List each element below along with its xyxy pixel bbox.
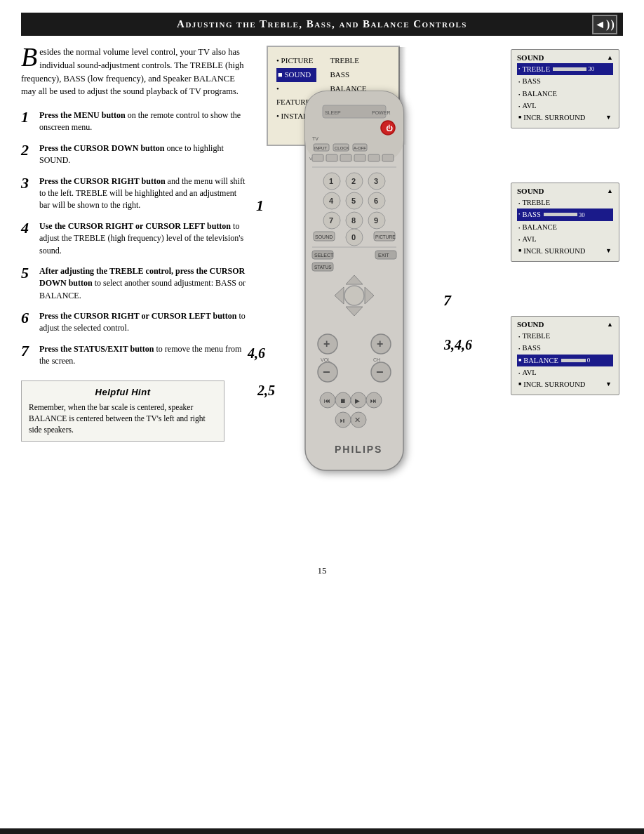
step-label-7: 7 <box>443 291 451 310</box>
svg-point-57 <box>344 286 364 305</box>
svg-text:⏹: ⏹ <box>340 397 346 404</box>
step-item-7: 7 Press the STATUS/EXIT button to remove… <box>21 343 246 368</box>
svg-text:+: + <box>323 338 330 350</box>
sp3-balance-bar <box>561 359 586 362</box>
svg-text:0: 0 <box>351 233 356 241</box>
sp2-bass-bar <box>544 213 577 216</box>
step-number-5: 5 <box>21 265 34 281</box>
svg-text:▶: ▶ <box>355 397 360 404</box>
step-number-4: 4 <box>21 220 34 236</box>
header-icon: ◄)) <box>592 15 617 34</box>
sp1-treble-label: TREBLE <box>522 63 550 75</box>
step-label-25: 2,5 <box>257 383 275 399</box>
sp1-bass: •BASS <box>517 75 613 87</box>
step-bold-2: Press the CURSOR DOWN button <box>39 143 164 153</box>
sp1-header: SOUND ▲ <box>517 53 613 62</box>
step-text-4: Use the CURSOR RIGHT or CURSOR LEFT butt… <box>39 220 246 257</box>
svg-text:SOUND: SOUND <box>315 234 333 239</box>
header-title: Adjusting the Treble, Bass, and Balance … <box>177 18 467 30</box>
svg-text:INPUT: INPUT <box>314 146 327 150</box>
right-column: • PICTURE ■ SOUND • FEATURES • INSTALL T… <box>246 46 623 551</box>
svg-rect-20 <box>382 154 394 161</box>
hint-text: Remember, when the bar scale is centered… <box>29 402 217 435</box>
svg-text:PHILIPS: PHILIPS <box>335 444 382 455</box>
sp3-bass: •BASS <box>517 342 613 354</box>
menu-right-bass: BASS <box>330 68 391 82</box>
step-text-6: Press the CURSOR RIGHT or CURSOR LEFT bu… <box>39 310 246 335</box>
step-bold-7: Press the STATUS/EXIT button <box>39 344 154 354</box>
svg-rect-17 <box>340 154 351 161</box>
svg-text:5: 5 <box>351 197 356 205</box>
svg-rect-19 <box>368 154 380 161</box>
svg-text:SELECT: SELECT <box>314 253 334 258</box>
sp2-avl: •AVL <box>517 233 613 245</box>
sp2-treble: •TREBLE <box>517 197 613 208</box>
step-bold-1: Press the MENU button <box>39 110 126 120</box>
hint-box: Helpful Hint Remember, when the bar scal… <box>21 380 224 442</box>
svg-text:3: 3 <box>374 177 378 185</box>
svg-text:8: 8 <box>351 216 356 225</box>
sp2-up-arrow: ▲ <box>607 187 613 194</box>
svg-text:2: 2 <box>351 177 356 185</box>
svg-text:SLEEP: SLEEP <box>325 110 341 115</box>
svg-text:CLOCK: CLOCK <box>335 146 349 150</box>
left-column: B esides the normal volume level control… <box>21 46 246 551</box>
svg-text:A-OFF: A-OFF <box>354 146 366 150</box>
menu-item-picture: • PICTURE <box>276 54 316 68</box>
step-text-5: After adjusting the TREBLE control, pres… <box>39 265 246 302</box>
sound-panel-treble: SOUND ▲ • TREBLE 30 •BASS •BALANCE •AVL … <box>511 49 619 128</box>
sp1-avl: •AVL <box>517 100 613 112</box>
sp3-balance-row: ■ BALANCE 0 <box>517 355 613 366</box>
sp3-treble: •TREBLE <box>517 330 613 342</box>
svg-text:−: − <box>323 365 330 379</box>
svg-text:4: 4 <box>329 197 334 205</box>
sp3-balance-dot: ■ <box>518 357 521 365</box>
page-header: Adjusting the Treble, Bass, and Balance … <box>21 13 623 36</box>
sp3-title: SOUND <box>517 320 544 329</box>
sp3-header: SOUND ▲ <box>517 320 613 329</box>
svg-text:⏭: ⏭ <box>370 397 377 404</box>
sp1-treble-dot: • <box>518 65 520 74</box>
sp3-balance-val: 0 <box>587 355 591 366</box>
svg-text:1: 1 <box>329 177 333 185</box>
sp2-balance: •BALANCE <box>517 221 613 233</box>
svg-text:STATUS: STATUS <box>314 265 332 270</box>
sp3-up-arrow: ▲ <box>607 321 613 328</box>
step-bold-4: Use the CURSOR RIGHT or CURSOR LEFT butt… <box>39 221 231 231</box>
bottom-bar <box>0 828 644 834</box>
svg-text:6: 6 <box>374 197 378 205</box>
svg-rect-15 <box>312 154 323 161</box>
steps-list: 1 Press the MENU button on the remote co… <box>21 110 246 368</box>
step-text-2: Press the CURSOR DOWN button once to hig… <box>39 143 246 167</box>
sp3-avl: •AVL <box>517 366 613 378</box>
drop-cap: B <box>21 46 37 68</box>
sp1-items: • TREBLE 30 •BASS •BALANCE •AVL ■INCR. S… <box>517 63 613 124</box>
svg-rect-18 <box>354 154 365 161</box>
sp2-header: SOUND ▲ <box>517 187 613 195</box>
menu-right-treble: TREBLE <box>330 54 391 68</box>
step-item-4: 4 Use the CURSOR RIGHT or CURSOR LEFT bu… <box>21 220 246 257</box>
sp2-bass-label: BASS <box>522 208 540 220</box>
sound-panel-balance: SOUND ▲ •TREBLE •BASS ■ BALANCE 0 •AVL ■… <box>511 316 619 395</box>
intro-paragraph: B esides the normal volume level control… <box>21 46 246 98</box>
svg-text:CH: CH <box>373 357 380 362</box>
step-number-6: 6 <box>21 310 34 326</box>
step-bold-3: Press the CURSOR RIGHT button <box>39 176 166 186</box>
step-number-3: 3 <box>21 176 34 191</box>
svg-text:9: 9 <box>374 216 378 225</box>
main-content: B esides the normal volume level control… <box>0 36 644 551</box>
svg-text:POWER: POWER <box>372 110 390 115</box>
intro-text: esides the normal volume level control, … <box>21 47 243 96</box>
sp2-title: SOUND <box>517 187 544 195</box>
svg-text:PICTURE: PICTURE <box>375 234 396 239</box>
sp2-bass-val: 30 <box>579 210 585 220</box>
remote-wrapper: 1 2,5 4,6 3,4,6 7 <box>284 84 424 480</box>
step-label-46: 4,6 <box>248 345 265 362</box>
sp1-treble-bar <box>553 67 586 71</box>
svg-text:⏻: ⏻ <box>386 124 393 132</box>
sp1-treble-row: • TREBLE 30 <box>517 63 613 75</box>
page-number: 15 <box>0 565 644 586</box>
sp1-incr: ■INCR. SURROUND ▼ <box>517 112 613 124</box>
sp1-up-arrow: ▲ <box>607 54 613 61</box>
step-item-6: 6 Press the CURSOR RIGHT or CURSOR LEFT … <box>21 310 246 335</box>
